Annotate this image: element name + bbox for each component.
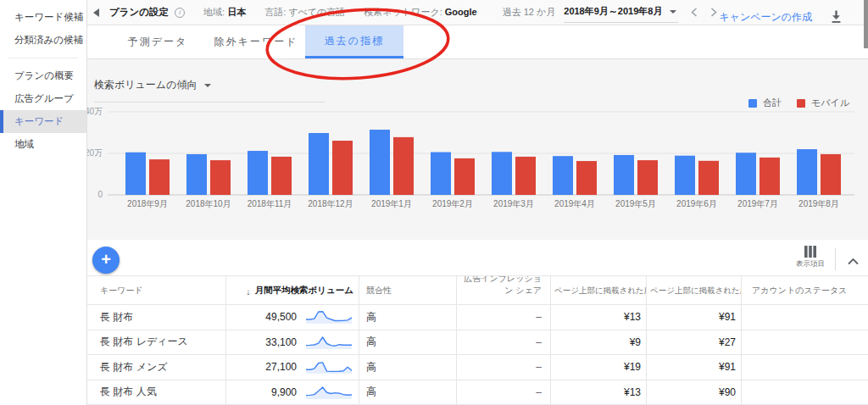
avg-searches-value: 33,100 bbox=[265, 336, 297, 348]
column-header-label: アカウントのステータス bbox=[752, 285, 847, 297]
column-header-ad_impression_share[interactable]: 広告インプレッション シェア bbox=[457, 276, 551, 304]
column-header-label: キーワード bbox=[100, 285, 143, 297]
sidebar-item-grouped-ideas[interactable]: 分類済みの候補 bbox=[0, 29, 86, 52]
scrollbar-thumb[interactable] bbox=[864, 0, 868, 48]
trend-sparkline bbox=[304, 384, 353, 401]
keywords-table-section: + 表示項目 キーワード↓月間平均検索ボリューム競合性広告インプレッション シェ… bbox=[87, 240, 868, 405]
svg-text:2019年6月: 2019年6月 bbox=[676, 199, 717, 208]
cell-top-of-page-bid-high: ¥91 bbox=[647, 355, 742, 380]
cell-top-of-page-bid-high: ¥91 bbox=[647, 305, 742, 330]
columns-button[interactable]: 表示項目 bbox=[792, 246, 829, 269]
svg-text:2019年7月: 2019年7月 bbox=[737, 199, 778, 208]
cell-keyword: 長 財布 メンズ bbox=[87, 355, 226, 380]
column-header-keyword[interactable]: キーワード bbox=[87, 276, 226, 304]
topbar-filters: 地域: 日本言語: すべての言語検索ネットワーク: Google bbox=[185, 6, 477, 19]
cell-competition: 高 bbox=[359, 380, 457, 405]
cell-competition: 高 bbox=[359, 355, 457, 380]
column-header-label: 広告インプレッション シェア bbox=[457, 276, 542, 297]
tab-forecasts[interactable]: 予測データ bbox=[108, 25, 207, 58]
filter-network[interactable]: 検索ネットワーク: Google bbox=[364, 6, 476, 19]
cell-avg-monthly-searches: 9,900 bbox=[226, 380, 359, 405]
svg-text:2018年11月: 2018年11月 bbox=[248, 199, 292, 208]
svg-text:2019年2月: 2019年2月 bbox=[432, 199, 473, 208]
cell-keyword: 長 財布 bbox=[87, 305, 226, 330]
caret-down-icon bbox=[670, 10, 676, 14]
sidebar-item-ad-groups[interactable]: 広告グループ bbox=[0, 87, 86, 110]
cell-competition: 高 bbox=[359, 305, 457, 330]
chart-type-label: 検索ボリュームの傾向 bbox=[94, 79, 197, 91]
svg-text:2018年9月: 2018年9月 bbox=[127, 199, 168, 208]
cell-ad-impression-share: – bbox=[457, 380, 551, 405]
chevron-right-icon[interactable] bbox=[710, 8, 717, 17]
columns-label: 表示項目 bbox=[796, 259, 825, 268]
keywords-table: キーワード↓月間平均検索ボリューム競合性広告インプレッション シェアページ上部に… bbox=[87, 275, 868, 405]
column-header-competition[interactable]: 競合性 bbox=[359, 276, 457, 304]
avg-searches-value: 27,100 bbox=[265, 361, 297, 373]
date-range-value: 2018年9月～2019年8月 bbox=[564, 6, 662, 16]
download-icon[interactable] bbox=[830, 10, 843, 27]
cell-avg-monthly-searches: 49,500 bbox=[226, 305, 359, 330]
svg-text:2019年5月: 2019年5月 bbox=[615, 199, 656, 208]
table-row-3[interactable]: 長 財布 人気9,900高–¥13¥90 bbox=[87, 380, 868, 405]
collapse-table-button[interactable] bbox=[848, 253, 859, 269]
table-header-row: キーワード↓月間平均検索ボリューム競合性広告インプレッション シェアページ上部に… bbox=[87, 275, 868, 305]
toolbar-divider bbox=[835, 248, 836, 270]
add-keyword-button[interactable]: + bbox=[92, 247, 120, 274]
cell-top-of-page-bid-high: ¥27 bbox=[647, 330, 742, 355]
table-row-0[interactable]: 長 財布49,500高–¥13¥91 bbox=[87, 305, 868, 330]
svg-text:2018年10月: 2018年10月 bbox=[186, 199, 231, 208]
cell-avg-monthly-searches: 33,100 bbox=[226, 330, 359, 355]
trend-sparkline bbox=[304, 358, 353, 375]
sidebar-item-keywords[interactable]: キーワード bbox=[0, 110, 86, 133]
column-header-avg_monthly_searches[interactable]: ↓月間平均検索ボリューム bbox=[226, 276, 359, 304]
tab-bar: 予測データ除外キーワード過去の指標 bbox=[87, 25, 868, 59]
column-header-top_of_page_bid_low[interactable]: ページ上部に掲載された広 bbox=[551, 276, 647, 304]
sidebar-item-plan-overview[interactable]: プランの概要 bbox=[0, 64, 86, 87]
table-row-2[interactable]: 長 財布 メンズ27,100高–¥19¥91 bbox=[87, 355, 868, 380]
cell-top-of-page-bid-high: ¥90 bbox=[647, 380, 742, 405]
cell-account-status bbox=[742, 380, 868, 405]
search-volume-section: 検索ボリュームの傾向 合計モバイル 020万40万2018年9月2018年10月… bbox=[87, 59, 868, 240]
back-icon[interactable] bbox=[93, 8, 99, 17]
filter-location-value: 日本 bbox=[227, 7, 246, 17]
cell-avg-monthly-searches: 27,100 bbox=[226, 355, 359, 380]
filter-network-label: 検索ネットワーク: bbox=[364, 7, 444, 17]
column-header-label: 競合性 bbox=[366, 285, 392, 297]
filter-language[interactable]: 言語: すべての言語 bbox=[264, 6, 345, 19]
tab-historical-metrics[interactable]: 過去の指標 bbox=[305, 25, 403, 58]
filter-language-label: 言語: bbox=[264, 7, 288, 17]
date-range-select[interactable]: 2018年9月～2019年8月 bbox=[564, 3, 678, 23]
cell-account-status bbox=[742, 355, 868, 380]
chevron-up-icon bbox=[848, 258, 859, 265]
cell-account-status bbox=[742, 330, 868, 355]
sidebar-item-locations[interactable]: 地域 bbox=[0, 133, 86, 156]
info-icon[interactable] bbox=[175, 8, 185, 18]
svg-text:2019年3月: 2019年3月 bbox=[493, 199, 534, 208]
search-volume-bar-chart: 020万40万2018年9月2018年10月2018年11月2018年12月20… bbox=[87, 103, 868, 215]
plan-settings-title: プランの設定 bbox=[109, 6, 169, 19]
trend-sparkline bbox=[304, 334, 353, 351]
chart-type-select[interactable]: 検索ボリュームの傾向 bbox=[94, 78, 325, 103]
period-label: 過去 12 か月 bbox=[503, 6, 556, 19]
sidebar-item-keyword-ideas[interactable]: キーワード候補 bbox=[0, 6, 86, 29]
cell-top-of-page-bid-low: ¥19 bbox=[551, 355, 647, 380]
cell-top-of-page-bid-low: ¥13 bbox=[551, 380, 647, 405]
cell-competition: 高 bbox=[359, 330, 457, 355]
column-header-top_of_page_bid_high[interactable]: ページ上部に掲載された広 bbox=[647, 276, 742, 304]
sort-desc-icon: ↓ bbox=[246, 286, 250, 297]
filter-location-label: 地域: bbox=[203, 7, 227, 17]
filter-language-value: すべての言語 bbox=[288, 7, 345, 17]
column-header-account_status[interactable]: アカウントのステータス bbox=[742, 276, 868, 304]
filter-location[interactable]: 地域: 日本 bbox=[203, 6, 246, 19]
avg-searches-value: 49,500 bbox=[265, 311, 297, 323]
cell-top-of-page-bid-low: ¥13 bbox=[551, 305, 647, 330]
column-header-label: ページ上部に掲載された広 bbox=[554, 286, 647, 297]
chevron-left-icon[interactable] bbox=[691, 8, 698, 17]
sidebar: キーワード候補分類済みの候補プランの概要広告グループキーワード地域 bbox=[0, 0, 87, 405]
cell-ad-impression-share: – bbox=[457, 305, 551, 330]
column-header-label: 月間平均検索ボリューム bbox=[255, 285, 353, 297]
svg-text:2019年1月: 2019年1月 bbox=[371, 199, 412, 208]
table-row-1[interactable]: 長 財布 レディース33,100高–¥9¥27 bbox=[87, 330, 868, 356]
tab-negative-keywords[interactable]: 除外キーワード bbox=[207, 25, 305, 58]
cell-top-of-page-bid-low: ¥9 bbox=[551, 330, 647, 355]
